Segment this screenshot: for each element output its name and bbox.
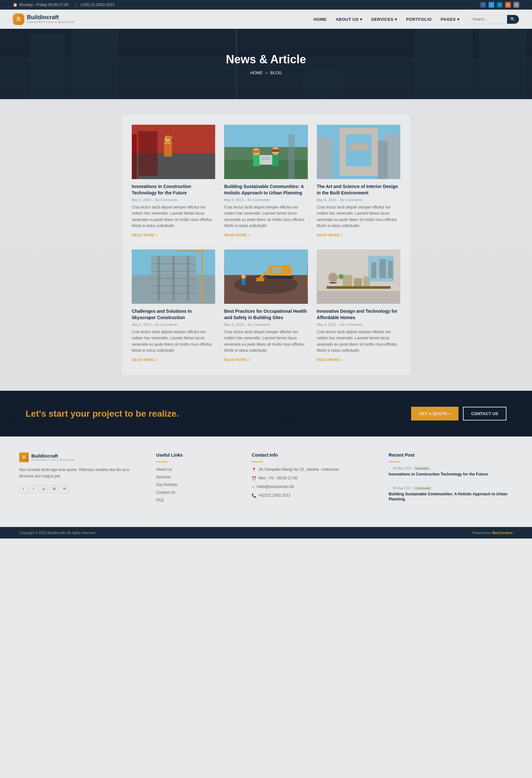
- twitter-icon[interactable]: t: [488, 2, 494, 8]
- post-image-3[interactable]: [317, 125, 400, 179]
- post-image-4[interactable]: [132, 249, 215, 304]
- hero-inner: News & Article HOME » BLOG: [220, 40, 313, 88]
- footer-facebook-icon[interactable]: f: [19, 485, 27, 493]
- footer-contact-underline: [252, 461, 263, 462]
- footer-link-portfolio[interactable]: Our Portfolio: [156, 482, 177, 487]
- footer-links-col: Useful Links About Us Services Our Portf…: [156, 453, 239, 511]
- svg-rect-29: [288, 134, 295, 179]
- footer-link-services[interactable]: Services: [156, 475, 171, 479]
- post-meta-3: May 6, 2023 – No Comments: [317, 198, 400, 202]
- svg-rect-35: [378, 141, 387, 179]
- post-illustration-6: [317, 249, 400, 304]
- search-wrap[interactable]: 🔍: [468, 15, 519, 24]
- logo[interactable]: B Buildincraft Construction & Building: [13, 13, 74, 25]
- post-body-3: The Art and Science of Interior Design i…: [317, 179, 400, 240]
- breadcrumb-current: BLOG: [270, 70, 282, 75]
- nav-about[interactable]: ABOUT US ▾: [336, 17, 362, 22]
- footer-linkedin-icon[interactable]: in: [40, 485, 48, 493]
- read-more-1[interactable]: READ MORE »: [132, 233, 158, 237]
- contact-hours: ⏰ Mon - Fri : 08:00-17:00: [252, 475, 376, 481]
- footer-twitter-icon[interactable]: t: [29, 485, 38, 493]
- svg-rect-61: [326, 286, 390, 289]
- breadcrumb: HOME » BLOG: [226, 70, 306, 75]
- header: B Buildincraft Construction & Building H…: [0, 10, 532, 29]
- post-body-4: Challenges and Solutions in Skyscraper C…: [132, 304, 215, 365]
- post-excerpt-1: Cras lectus taciti aliquet semper effici…: [132, 204, 215, 229]
- post-excerpt-2: Cras lectus taciti aliquet semper effici…: [224, 204, 308, 229]
- clock-icon: ⏰: [13, 3, 18, 7]
- svg-rect-15: [132, 134, 137, 179]
- recent-post-title-1[interactable]: Innovations in Construction Technology f…: [389, 472, 513, 477]
- footer-brand-sub: Construction & Building: [31, 459, 74, 461]
- cta-text: Let's start your project to be realize.: [25, 408, 179, 419]
- powered-brand[interactable]: MaxCreative: [492, 531, 513, 535]
- footer-email-icon[interactable]: ✉: [60, 485, 68, 493]
- contact-email: ✉ hello@yourdomain.tld: [252, 484, 376, 490]
- recent-post-meta-1: › 06 May 2023 Innovation: [389, 467, 513, 470]
- footer-logo-text: Buildincraft Construction & Building: [31, 453, 74, 461]
- post-meta-2: May 6, 2023 – No Comments: [224, 198, 308, 202]
- chevron-down-icon: ▾: [360, 17, 363, 22]
- footer-link-contact[interactable]: Contact Us: [156, 490, 175, 495]
- nav-pages[interactable]: PAGES ▾: [441, 17, 459, 22]
- svg-rect-54: [268, 276, 293, 279]
- svg-point-67: [328, 273, 337, 282]
- svg-rect-13: [166, 136, 173, 139]
- blog-grid: Innovations in Construction Technology f…: [122, 115, 410, 375]
- linkedin-icon[interactable]: in: [497, 2, 503, 8]
- phone-info: 📞 (+62) 21-2002-2012: [74, 3, 115, 7]
- read-more-3[interactable]: READ MORE »: [317, 233, 343, 237]
- blog-section: Innovations in Construction Technology f…: [0, 99, 532, 391]
- post-image-2[interactable]: [224, 125, 308, 179]
- read-more-4[interactable]: READ MORE »: [132, 358, 158, 362]
- footer-link-faq[interactable]: FAQ: [156, 498, 164, 502]
- footer-links-title: Useful Links: [156, 453, 239, 458]
- post-title-6[interactable]: Innovative Design and Technology for Aff…: [317, 308, 400, 321]
- post-title-3[interactable]: The Art and Science of Interior Design i…: [317, 183, 400, 196]
- post-title-5[interactable]: Best Practices for Occupational Health a…: [224, 308, 308, 321]
- post-image-inner-3: [317, 125, 400, 179]
- contact-us-button[interactable]: Contact Us: [463, 407, 507, 420]
- post-image-1[interactable]: [132, 125, 215, 179]
- post-title-1[interactable]: Innovations in Construction Technology f…: [132, 183, 215, 196]
- footer-rss-icon[interactable]: ⊞: [50, 485, 58, 493]
- read-more-2[interactable]: READ MORE »: [224, 233, 250, 237]
- post-meta-1: May 6, 2023 – No Comments: [132, 198, 215, 202]
- contact-phone: 📞 +62221 2002 2012: [252, 492, 376, 498]
- search-button[interactable]: 🔍: [507, 15, 519, 24]
- post-title-2[interactable]: Building Sustainable Communities: A Holi…: [224, 183, 308, 196]
- post-meta-4: May 6, 2023 – No Comments: [132, 323, 215, 326]
- hours-icon: ⏰: [252, 475, 256, 481]
- post-title-4[interactable]: Challenges and Solutions in Skyscraper C…: [132, 308, 215, 321]
- post-image-5[interactable]: [224, 249, 308, 304]
- recent-post-tag-2: Community: [413, 486, 432, 490]
- post-image-6[interactable]: [317, 249, 400, 304]
- recent-post-tag-1: Innovation: [413, 467, 431, 470]
- footer-link-about[interactable]: About Us: [156, 467, 172, 472]
- breadcrumb-home[interactable]: HOME: [250, 70, 263, 75]
- top-bar: ⏰ Monday - Friday 08:00-17:00 📞 (+62) 21…: [0, 0, 532, 10]
- svg-rect-16: [138, 131, 158, 176]
- post-excerpt-5: Cras lectus taciti aliquet semper effici…: [224, 329, 308, 354]
- svg-rect-49: [224, 249, 308, 275]
- footer-links-list: About Us Services Our Portfolio Contact …: [156, 467, 239, 502]
- nav-services[interactable]: SERVICES ▾: [371, 17, 397, 22]
- svg-rect-63: [354, 278, 362, 286]
- search-input[interactable]: [469, 15, 507, 23]
- blog-card-2: Building Sustainable Communities: A Holi…: [224, 125, 308, 240]
- footer-brand-col: B Buildincraft Construction & Building N…: [19, 453, 143, 511]
- cta-buttons: Get A Quote » Contact Us: [411, 407, 507, 420]
- read-more-5[interactable]: READ MORE »: [224, 358, 250, 362]
- recent-post-title-2[interactable]: Building Sustainable Communities: A Holi…: [389, 491, 513, 502]
- svg-rect-69: [371, 262, 376, 278]
- nav-home[interactable]: HOME: [314, 17, 327, 22]
- footer-grid: B Buildincraft Construction & Building N…: [19, 453, 513, 511]
- get-quote-button[interactable]: Get A Quote »: [411, 407, 458, 420]
- read-more-6[interactable]: READ MORE »: [317, 358, 343, 362]
- facebook-icon[interactable]: f: [480, 2, 486, 8]
- email-icon[interactable]: ✉: [514, 2, 519, 8]
- footer-contact-col: Contact Info 📍 Jln Cempaka Wangi No 22, …: [252, 453, 376, 511]
- nav-portfolio[interactable]: PORTFOLIO: [406, 17, 432, 22]
- rss-icon[interactable]: ⊞: [505, 2, 511, 8]
- footer-contact-title: Contact Info: [252, 453, 376, 458]
